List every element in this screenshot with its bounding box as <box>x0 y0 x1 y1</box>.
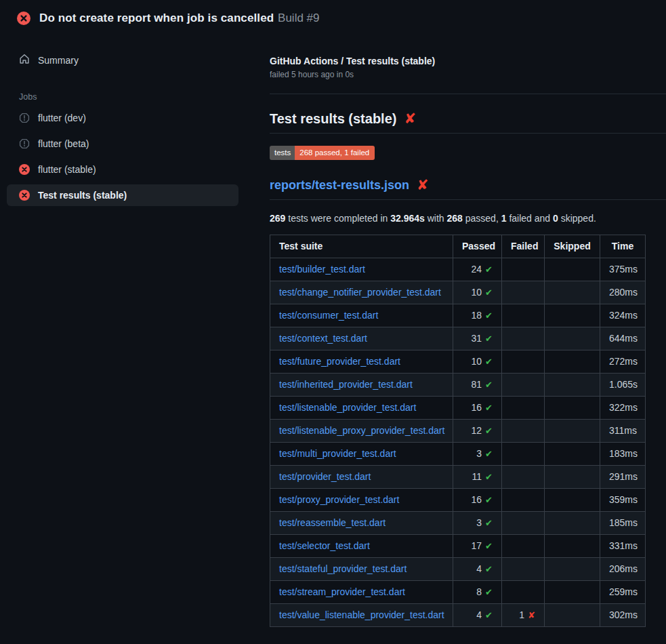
time-cell: 644ms <box>600 327 646 350</box>
test-suite-link[interactable]: test/provider_test.dart <box>279 471 371 482</box>
job-label: flutter (dev) <box>38 113 86 123</box>
sidebar-item-summary[interactable]: Summary <box>7 48 238 72</box>
table-row: test/context_test.dart31✔644ms <box>270 327 646 350</box>
table-row: test/selector_test.dart17✔331ms <box>270 534 646 557</box>
table-row: test/inherited_provider_test.dart81✔1.06… <box>270 373 646 396</box>
test-suite-link[interactable]: test/stateful_provider_test.dart <box>279 563 407 574</box>
failed-cell <box>502 396 545 419</box>
jobs-list: flutter (dev) flutter (beta) flutter (st… <box>7 107 238 206</box>
breadcrumb: GitHub Actions / Test results (stable) <box>270 56 666 66</box>
check-icon: ✔ <box>485 541 493 551</box>
time-cell: 206ms <box>600 557 646 580</box>
test-suite-cell: test/stateful_provider_test.dart <box>270 557 453 580</box>
passed-cell: 16✔ <box>453 396 502 419</box>
table-row: test/stateful_provider_test.dart4✔206ms <box>270 557 646 580</box>
check-icon: ✔ <box>485 380 493 390</box>
check-icon: ✔ <box>485 495 493 505</box>
table-row: test/stream_provider_test.dart8✔259ms <box>270 580 646 603</box>
skipped-cell <box>545 442 600 465</box>
test-suite-cell: test/change_notifier_provider_test.dart <box>270 281 453 304</box>
skipped-cell <box>545 557 600 580</box>
table-row: test/future_provider_test.dart10✔272ms <box>270 350 646 373</box>
failed-x-icon: ✘ <box>404 112 416 126</box>
table-row: test/provider_test.dart11✔291ms <box>270 465 646 488</box>
test-results-table: Test suite Passed Failed Skipped Time te… <box>270 235 646 627</box>
check-icon: ✔ <box>485 472 493 482</box>
x-circle-icon <box>19 190 30 201</box>
passed-cell: 81✔ <box>453 373 502 396</box>
table-row: test/value_listenable_provider_test.dart… <box>270 603 646 626</box>
badge-label: tests <box>270 146 295 160</box>
tests-badge: tests 268 passed, 1 failed <box>270 146 375 160</box>
failed-cell <box>502 511 545 534</box>
test-suite-link[interactable]: test/selector_test.dart <box>279 540 370 551</box>
time-cell: 302ms <box>600 603 646 626</box>
failed-x-icon: ✘ <box>417 178 429 193</box>
table-row: test/reassemble_test.dart3✔185ms <box>270 511 646 534</box>
passed-cell: 4✔ <box>453 603 502 626</box>
skipped-cell <box>545 373 600 396</box>
passed-cell: 24✔ <box>453 258 502 281</box>
failed-cell <box>502 373 545 396</box>
time-cell: 185ms <box>600 511 646 534</box>
time-cell: 322ms <box>600 396 646 419</box>
check-icon: ✔ <box>485 310 493 321</box>
test-suite-cell: test/proxy_provider_test.dart <box>270 488 453 511</box>
test-suite-link[interactable]: test/listenable_proxy_provider_test.dart <box>279 425 444 436</box>
col-header-failed: Failed <box>502 235 545 258</box>
skipped-cell <box>545 258 600 281</box>
col-header-test-suite: Test suite <box>270 235 453 258</box>
run-header: Do not create report when job is cancell… <box>0 0 666 33</box>
test-suite-link[interactable]: test/consumer_test.dart <box>279 310 378 321</box>
skipped-cell <box>545 281 600 304</box>
test-suite-link[interactable]: test/context_test.dart <box>279 333 367 344</box>
sidebar-job-item[interactable]: flutter (beta) <box>7 133 238 155</box>
tests-summary-line: 269 tests were completed in 32.964s with… <box>270 213 666 224</box>
x-icon: ✘ <box>528 610 535 620</box>
table-row: test/listenable_proxy_provider_test.dart… <box>270 419 646 442</box>
skipped-cell <box>545 396 600 419</box>
test-suite-link[interactable]: test/inherited_provider_test.dart <box>279 379 413 390</box>
run-status-icon <box>17 12 30 25</box>
test-suite-cell: test/reassemble_test.dart <box>270 511 453 534</box>
section-heading: Test results (stable) ✘ <box>270 111 666 134</box>
col-header-skipped: Skipped <box>545 235 600 258</box>
sidebar-job-item[interactable]: flutter (stable) <box>7 159 238 180</box>
jobs-sidebar: Summary Jobs flutter (dev) flutter (beta… <box>7 33 238 210</box>
passed-cell: 4✔ <box>453 557 502 580</box>
test-suite-link[interactable]: test/reassemble_test.dart <box>279 517 386 528</box>
failed-cell <box>502 465 545 488</box>
test-suite-link[interactable]: test/listenable_provider_test.dart <box>279 402 416 413</box>
test-suite-cell: test/listenable_proxy_provider_test.dart <box>270 419 453 442</box>
skipped-cell <box>545 488 600 511</box>
test-suite-link[interactable]: test/builder_test.dart <box>279 264 365 275</box>
sidebar-job-item[interactable]: flutter (dev) <box>7 107 238 129</box>
test-suite-link[interactable]: test/value_listenable_provider_test.dart <box>279 609 444 620</box>
table-header-row: Test suite Passed Failed Skipped Time <box>270 235 646 258</box>
table-row: test/builder_test.dart24✔375ms <box>270 258 646 281</box>
failed-cell <box>502 281 545 304</box>
test-suite-cell: test/context_test.dart <box>270 327 453 350</box>
check-icon: ✔ <box>485 264 493 275</box>
skipped-cell <box>545 419 600 442</box>
failed-cell <box>502 488 545 511</box>
stop-icon <box>19 138 30 149</box>
report-file-link[interactable]: reports/test-results.json <box>270 178 409 193</box>
test-suite-cell: test/multi_provider_test.dart <box>270 442 453 465</box>
stop-icon <box>19 138 30 149</box>
test-suite-link[interactable]: test/future_provider_test.dart <box>279 356 400 367</box>
test-suite-link[interactable]: test/proxy_provider_test.dart <box>279 494 399 505</box>
check-icon: ✔ <box>485 449 493 459</box>
failed-cell <box>502 580 545 603</box>
test-suite-link[interactable]: test/multi_provider_test.dart <box>279 448 396 459</box>
passed-cell: 3✔ <box>453 511 502 534</box>
sidebar-job-item[interactable]: Test results (stable) <box>7 184 238 206</box>
passed-cell: 3✔ <box>453 442 502 465</box>
skipped-cell <box>545 350 600 373</box>
test-suite-link[interactable]: test/change_notifier_provider_test.dart <box>279 287 441 298</box>
skipped-cell <box>545 465 600 488</box>
test-suite-cell: test/selector_test.dart <box>270 534 453 557</box>
time-cell: 359ms <box>600 488 646 511</box>
test-suite-link[interactable]: test/stream_provider_test.dart <box>279 586 405 597</box>
run-meta: failed 5 hours ago in 0s <box>270 70 666 79</box>
